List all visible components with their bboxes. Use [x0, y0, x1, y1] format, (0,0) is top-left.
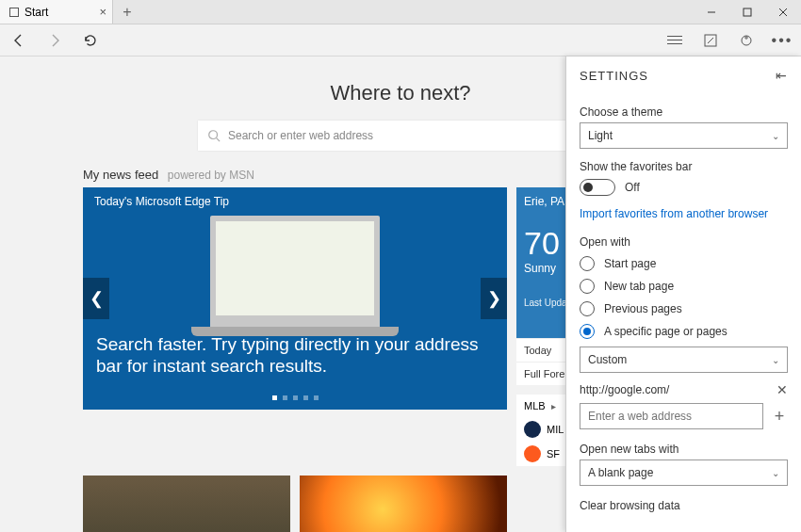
slide-dot[interactable] — [314, 395, 319, 400]
import-favorites-link[interactable]: Import favorites from another browser — [580, 207, 788, 220]
refresh-button[interactable] — [79, 29, 102, 52]
open-with-option[interactable]: Previous pages — [580, 301, 788, 316]
team-logo-icon — [524, 445, 541, 462]
laptop-image — [210, 216, 380, 329]
open-with-label: Open with — [580, 235, 788, 249]
next-slide-button[interactable]: ❯ — [481, 278, 507, 319]
back-button[interactable] — [8, 29, 30, 52]
svg-point-7 — [209, 131, 218, 139]
tab-title: Start — [25, 6, 48, 19]
settings-title: SETTINGS — [580, 69, 648, 83]
slide-caption: Search faster. Try typing directly in yo… — [96, 333, 494, 379]
remove-page-icon[interactable]: ✕ — [776, 382, 788, 397]
news-thumbnail[interactable] — [300, 476, 507, 532]
settings-panel: SETTINGS ⇤ Choose a theme Light ⌄ Show t… — [565, 56, 801, 532]
prev-slide-button[interactable]: ❮ — [83, 278, 109, 319]
startup-page-url: http://google.com/ — [580, 383, 769, 396]
slide-dot[interactable] — [303, 395, 308, 400]
team-logo-icon — [524, 421, 541, 438]
svg-point-6 — [745, 36, 747, 38]
webnote-button[interactable] — [699, 29, 722, 52]
news-thumbnail[interactable] — [83, 476, 290, 532]
forward-button[interactable] — [43, 29, 66, 52]
page-icon — [9, 8, 19, 17]
new-tabs-select[interactable]: A blank page ⌄ — [580, 459, 788, 486]
window-titlebar: Start × + — [0, 0, 801, 24]
chevron-down-icon: ⌄ — [772, 131, 779, 141]
slide-dots — [83, 395, 507, 400]
hero-slide[interactable]: Today's Microsoft Edge Tip Search faster… — [83, 187, 507, 410]
theme-label: Choose a theme — [580, 105, 788, 119]
favorites-bar-state: Off — [625, 181, 640, 194]
pin-icon[interactable]: ⇤ — [776, 68, 788, 83]
close-tab-icon[interactable]: × — [99, 5, 106, 19]
chevron-right-icon: ▸ — [551, 401, 556, 411]
hub-button[interactable] — [663, 29, 686, 52]
more-button[interactable]: ••• — [771, 29, 793, 52]
search-placeholder: Search or enter web address — [228, 129, 373, 142]
open-with-option[interactable]: A specific page or pages — [580, 324, 788, 339]
chevron-down-icon: ⌄ — [772, 468, 779, 478]
theme-select[interactable]: Light ⌄ — [580, 122, 788, 149]
browser-tab[interactable]: Start × — [0, 0, 113, 24]
minimize-button[interactable] — [694, 0, 729, 24]
open-with-option[interactable]: New tab page — [580, 279, 788, 294]
chevron-down-icon: ⌄ — [772, 355, 779, 365]
search-icon — [207, 129, 221, 142]
clear-data-label: Clear browsing data — [580, 499, 788, 512]
slide-dot[interactable] — [293, 395, 298, 400]
new-tabs-label: Open new tabs with — [580, 443, 788, 456]
maximize-button[interactable] — [729, 0, 765, 24]
favorites-bar-toggle[interactable] — [580, 179, 615, 196]
share-button[interactable] — [735, 29, 758, 52]
slide-dot[interactable] — [272, 395, 277, 400]
slide-dot[interactable] — [283, 395, 287, 400]
address-search-box[interactable]: Search or enter web address — [198, 121, 603, 151]
settings-scroll[interactable]: Choose a theme Light ⌄ Show the favorite… — [566, 94, 801, 525]
svg-line-8 — [217, 138, 221, 142]
add-page-input[interactable] — [580, 403, 763, 429]
svg-point-5 — [742, 36, 751, 45]
mlb-label: MLB — [524, 400, 546, 411]
slide-tip: Today's Microsoft Edge Tip — [94, 195, 496, 208]
new-tab-button[interactable]: + — [113, 0, 141, 24]
add-page-button[interactable]: + — [771, 407, 788, 427]
open-with-option[interactable]: Start page — [580, 256, 788, 271]
browser-toolbar: ••• — [0, 24, 801, 56]
favorites-bar-label: Show the favorites bar — [580, 160, 788, 173]
close-window-button[interactable] — [765, 0, 801, 24]
custom-page-select[interactable]: Custom ⌄ — [580, 347, 788, 373]
svg-rect-1 — [744, 8, 751, 16]
